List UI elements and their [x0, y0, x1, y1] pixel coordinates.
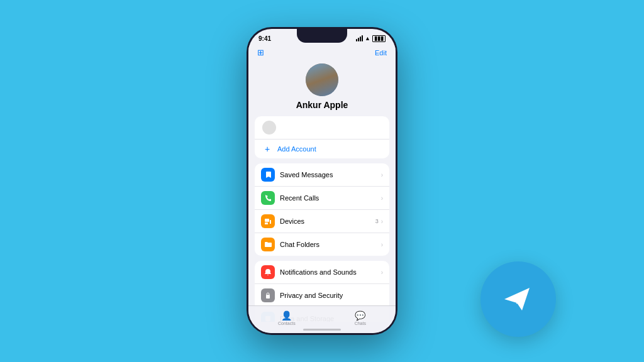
saved-messages-icon [261, 168, 275, 182]
edit-button[interactable]: Edit [375, 49, 387, 57]
menu-item-recent-calls[interactable]: Recent Calls › [255, 187, 389, 210]
notifications-chevron: › [381, 269, 383, 276]
add-plus-icon: + [262, 144, 272, 154]
add-account-label: Add Account [277, 145, 316, 153]
tab-chats[interactable]: 💬 Chats [355, 310, 366, 326]
screen-content: ⊞ Edit Ankur Apple + Add Account [248, 45, 396, 322]
profile-section: Ankur Apple [248, 61, 396, 116]
phone-frame: 9:41 ▲ ▮▮▮ ⊞ Edit [247, 27, 397, 335]
avatar-image [306, 63, 338, 96]
chat-folders-label: Chat Folders [280, 241, 381, 248]
account-avatar [262, 121, 276, 134]
menu-item-saved-messages[interactable]: Saved Messages › [255, 163, 389, 187]
chat-folders-chevron: › [381, 241, 383, 248]
status-time: 9:41 [258, 35, 271, 42]
svg-rect-2 [265, 222, 268, 224]
contacts-tab-icon: 👤 [281, 310, 292, 321]
notch [297, 29, 347, 43]
saved-messages-chevron: › [381, 172, 383, 178]
menu-section-1: Saved Messages › Recent Calls › [255, 163, 389, 256]
signal-icon [356, 35, 363, 41]
devices-icon [261, 214, 275, 228]
saved-messages-label: Saved Messages [280, 171, 381, 178]
status-icons: ▲ ▮▮▮ [356, 35, 386, 42]
add-account-section: + Add Account [255, 116, 389, 158]
menu-item-privacy[interactable]: Privacy and Security [255, 284, 389, 307]
recent-calls-chevron: › [381, 195, 383, 202]
menu-item-devices[interactable]: Devices 3 › [255, 210, 389, 233]
recent-calls-label: Recent Calls [280, 194, 381, 202]
avatar[interactable] [306, 63, 338, 96]
battery-icon: ▮▮▮ [372, 35, 386, 42]
privacy-icon [261, 288, 275, 302]
phone-screen: 9:41 ▲ ▮▮▮ ⊞ Edit [248, 29, 396, 333]
chats-tab-icon: 💬 [355, 310, 365, 321]
recent-calls-icon [261, 191, 275, 205]
account-item [255, 116, 389, 140]
chats-tab-label: Chats [355, 321, 366, 326]
telegram-logo [480, 261, 556, 337]
home-indicator [303, 329, 341, 331]
notifications-label: Notifications and Sounds [280, 268, 381, 276]
devices-chevron: › [381, 218, 383, 225]
header: ⊞ Edit [248, 45, 396, 61]
tab-contacts[interactable]: 👤 Contacts [278, 310, 296, 326]
svg-rect-1 [270, 220, 271, 224]
telegram-arrow-icon [499, 280, 537, 318]
wifi-icon: ▲ [365, 35, 370, 41]
menu-item-notifications[interactable]: Notifications and Sounds › [255, 261, 389, 284]
profile-name: Ankur Apple [296, 100, 348, 110]
privacy-label: Privacy and Security [280, 292, 383, 299]
devices-badge: 3 [375, 218, 379, 224]
devices-label: Devices [280, 217, 375, 225]
menu-item-chat-folders[interactable]: Chat Folders › [255, 233, 389, 256]
chat-folders-icon [261, 238, 275, 251]
qr-icon[interactable]: ⊞ [257, 48, 264, 57]
notifications-icon [261, 265, 275, 279]
svg-rect-3 [266, 295, 270, 299]
svg-rect-0 [265, 219, 269, 222]
add-account-row[interactable]: + Add Account [255, 140, 389, 158]
contacts-tab-label: Contacts [278, 321, 296, 326]
